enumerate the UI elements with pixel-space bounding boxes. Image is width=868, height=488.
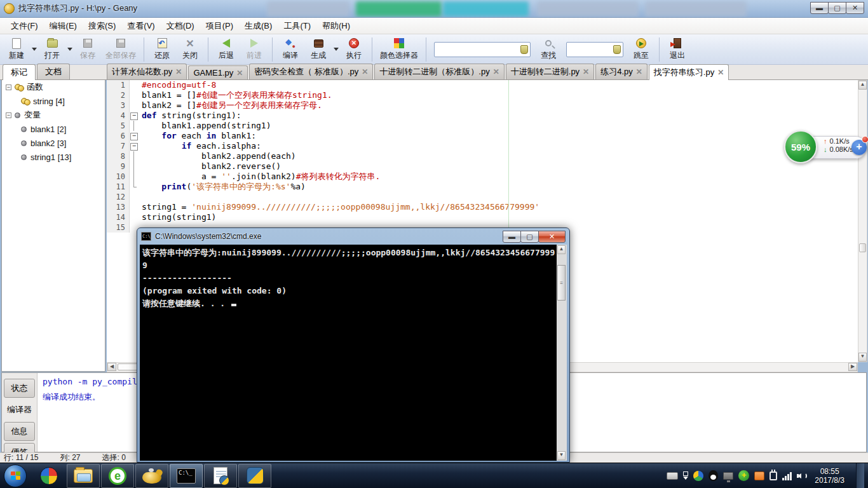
- fold-marker-icon[interactable]: [130, 141, 138, 151]
- code-line[interactable]: 5 blank1.append(string1): [107, 121, 858, 131]
- taskbar-item-browser[interactable]: [32, 464, 65, 488]
- execute-button[interactable]: ✕执行: [340, 36, 368, 64]
- code-line[interactable]: 2blank1 = []#创建一个空列表用来储存string1.: [107, 90, 858, 100]
- compile-button[interactable]: 编译: [276, 36, 304, 64]
- show-hidden-icons-button[interactable]: [683, 471, 688, 480]
- menu-item-6[interactable]: 生成(B): [239, 18, 278, 34]
- menu-item-0[interactable]: 文件(F): [5, 18, 44, 34]
- cmd-scroll-up-arrow[interactable]: ▲: [557, 245, 566, 254]
- menu-item-3[interactable]: 查看(V): [121, 18, 160, 34]
- back-button[interactable]: 后退: [212, 36, 240, 64]
- cmd-maximize-button[interactable]: ▢: [520, 231, 539, 243]
- start-button[interactable]: [4, 464, 27, 487]
- menu-item-4[interactable]: 文档(D): [161, 18, 200, 34]
- code-line[interactable]: 6 for each in blank1:: [107, 131, 858, 141]
- new-dropdown-arrow[interactable]: [32, 48, 37, 51]
- close-tab-icon[interactable]: ✕: [636, 67, 642, 76]
- entry-clear-icon[interactable]: [613, 45, 621, 54]
- open-button[interactable]: 打开: [38, 36, 66, 64]
- taskbar-clock[interactable]: 08:55 2017/8/3: [812, 467, 851, 485]
- file-tab-5[interactable]: 练习4.py✕: [595, 64, 648, 79]
- quit-button[interactable]: 退出: [663, 36, 691, 64]
- revert-button[interactable]: 还原: [148, 36, 176, 64]
- open-dropdown-arrow[interactable]: [67, 48, 72, 51]
- code-line[interactable]: 1#encoding=utf-8: [107, 80, 858, 90]
- taskbar-item-python-doc[interactable]: [204, 464, 237, 488]
- input-method-keyboard-icon[interactable]: [667, 472, 678, 480]
- file-tab-3[interactable]: 十进制转二进制（标准版）.py✕: [374, 64, 504, 79]
- code-line[interactable]: 8 blank2.append(each): [107, 151, 858, 161]
- cmd-minimize-button[interactable]: ▬: [503, 231, 521, 243]
- close-tab-icon[interactable]: ✕: [717, 68, 724, 77]
- code-line[interactable]: 4def string(string1):: [107, 111, 858, 121]
- tray-antivirus-shield-icon[interactable]: +: [738, 470, 749, 481]
- tray-qq-icon[interactable]: [709, 470, 718, 481]
- goto-button[interactable]: 跳至: [627, 36, 655, 64]
- cmd-scrollbar-thumb[interactable]: ≡: [557, 265, 566, 301]
- file-tab-1[interactable]: GAME1.py✕: [188, 65, 248, 79]
- taskbar-item-cmd[interactable]: C:\_: [170, 464, 203, 488]
- tree-item--[interactable]: −函数: [2, 80, 105, 94]
- fold-marker-icon[interactable]: [130, 131, 138, 141]
- taskbar-item-explorer[interactable]: [67, 464, 100, 488]
- file-tab-6[interactable]: 找字符串练习.py✕: [649, 64, 729, 80]
- file-tab-2[interactable]: 密码安全检查（ 标准版）.py✕: [249, 64, 373, 79]
- menu-item-2[interactable]: 搜索(S): [83, 18, 121, 34]
- scrollbar-thumb[interactable]: [859, 243, 866, 252]
- sidebar-tab-1[interactable]: 文档: [37, 64, 70, 79]
- memory-usage-ball[interactable]: 59%: [784, 130, 817, 163]
- close-tab-icon[interactable]: ✕: [583, 67, 589, 76]
- sidebar-tab-0[interactable]: 标记: [3, 64, 36, 80]
- close-tab-icon[interactable]: ✕: [236, 69, 243, 78]
- editor-vertical-scrollbar[interactable]: ▲ ▼: [858, 80, 867, 362]
- minimize-button[interactable]: ▬: [810, 2, 829, 14]
- code-line[interactable]: 7 if each.isalpha:: [107, 141, 858, 151]
- volume-speaker-icon[interactable]: [797, 471, 807, 480]
- file-tab-0[interactable]: 计算水仙花数.py✕: [107, 64, 187, 79]
- new-button[interactable]: 新建: [3, 36, 31, 64]
- cmd-titlebar[interactable]: C:\_ C:\Windows\system32\cmd.exe ▬ ▢ ✕: [137, 228, 569, 245]
- geany-titlebar[interactable]: 找字符串练习.py - H:\py - Geany ▬ ▢ ✕: [0, 0, 868, 18]
- menu-item-8[interactable]: 帮助(H): [316, 18, 356, 34]
- color-chooser-button[interactable]: 颜色选择器: [376, 36, 422, 64]
- panel-tab-1[interactable]: 编译器: [4, 400, 35, 420]
- network-speed-widget[interactable]: ↑0.1K/s ↓0.08K/s 59% +: [784, 130, 867, 164]
- cmd-scroll-down-arrow[interactable]: ▼: [557, 451, 566, 460]
- tree-item-blank2-3-[interactable]: blank2 [3]: [2, 136, 105, 150]
- cmd-window[interactable]: C:\_ C:\Windows\system32\cmd.exe ▬ ▢ ✕ 该…: [137, 227, 570, 463]
- close-tab-icon[interactable]: ✕: [493, 67, 499, 76]
- entry-clear-icon[interactable]: [520, 45, 528, 54]
- show-desktop-button[interactable]: [856, 463, 864, 488]
- close-tab-icon[interactable]: ✕: [362, 67, 368, 76]
- close-button[interactable]: ✕: [846, 2, 864, 14]
- search-input[interactable]: [434, 42, 531, 57]
- code-line[interactable]: 9 blank2.reverse(): [107, 161, 858, 172]
- taskbar-item-python[interactable]: [238, 464, 271, 488]
- taskbar-item-green-browser[interactable]: e: [101, 464, 134, 488]
- scroll-right-arrow[interactable]: ▶: [848, 363, 857, 371]
- build-button[interactable]: 生成: [304, 36, 332, 64]
- file-tab-4[interactable]: 十进制转二进制.py✕: [506, 64, 594, 79]
- scroll-up-arrow[interactable]: ▲: [858, 81, 867, 90]
- code-line[interactable]: 12: [107, 192, 858, 202]
- close-tab-icon[interactable]: ✕: [175, 67, 182, 76]
- scroll-down-arrow[interactable]: ▼: [858, 353, 867, 362]
- code-line[interactable]: 10 a = ''.join(blank2)#将列表转化为字符串.: [107, 172, 858, 182]
- tree-item-string-4-[interactable]: string [4]: [2, 94, 105, 108]
- cmd-output[interactable]: 该字符串中的字母为:nuinij899099..//////////;;;;;o…: [140, 245, 558, 461]
- code-line[interactable]: 3blank2 = []#创建另一个空列表用来储存字母.: [107, 100, 858, 111]
- search-button[interactable]: 查找: [534, 36, 562, 64]
- tree-item--[interactable]: −变量: [2, 108, 105, 122]
- build-dropdown-arrow[interactable]: [334, 48, 339, 51]
- close-file-button[interactable]: ✕关闭: [176, 36, 204, 64]
- menu-item-5[interactable]: 项目(P): [200, 18, 239, 34]
- code-line[interactable]: 11 print('该字符串中的字母为:%s'%a): [107, 182, 858, 192]
- fold-marker-icon[interactable]: [130, 111, 138, 121]
- tray-disc-icon[interactable]: [693, 471, 703, 481]
- panel-tab-2[interactable]: 信息: [4, 422, 35, 441]
- tray-monitor-icon[interactable]: [723, 472, 733, 480]
- tree-expander-icon[interactable]: −: [6, 112, 11, 118]
- taskbar-item-geany[interactable]: [135, 464, 168, 488]
- tree-expander-icon[interactable]: −: [6, 85, 11, 90]
- code-line[interactable]: 13string1 = 'nuinij899099..//////////;;;…: [107, 202, 858, 212]
